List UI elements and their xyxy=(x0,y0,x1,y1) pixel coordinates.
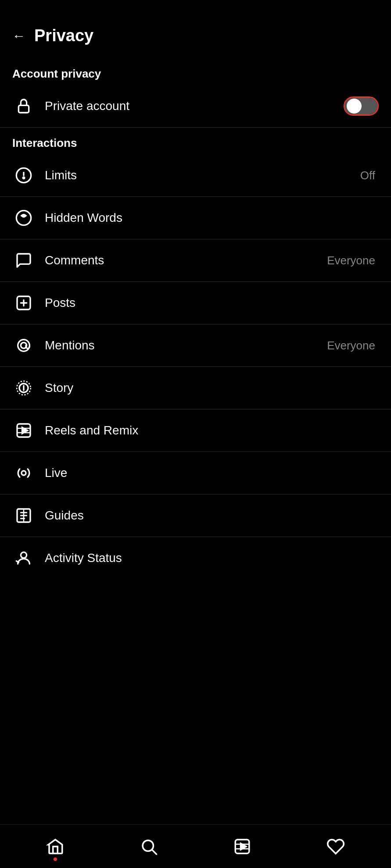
mentions-icon xyxy=(12,334,35,357)
nav-search[interactable] xyxy=(140,837,158,856)
svg-point-3 xyxy=(23,177,24,178)
nav-home[interactable] xyxy=(46,837,65,856)
guides-icon xyxy=(12,504,35,527)
reels-nav-icon xyxy=(233,837,251,856)
mentions-value: Everyone xyxy=(327,339,375,352)
svg-point-17 xyxy=(22,471,26,475)
reels-remix-row[interactable]: Reels and Remix xyxy=(0,409,391,452)
limits-value: Off xyxy=(360,169,375,182)
activity-status-label: Activity Status xyxy=(45,551,379,565)
reels-icon xyxy=(12,419,35,442)
account-privacy-section-header: Account privacy xyxy=(0,58,391,85)
svg-point-4 xyxy=(16,210,31,225)
private-account-label: Private account xyxy=(45,99,344,113)
home-nav-dot xyxy=(54,857,57,861)
private-account-toggle[interactable] xyxy=(344,96,379,116)
posts-row[interactable]: Posts xyxy=(0,282,391,324)
comments-row[interactable]: Comments Everyone xyxy=(0,239,391,281)
hidden-words-row[interactable]: Hidden Words xyxy=(0,197,391,239)
story-row[interactable]: Story xyxy=(0,367,391,409)
toggle-track xyxy=(345,98,377,114)
svg-line-25 xyxy=(152,850,157,854)
privacy-screen: ← Privacy Account privacy Private accoun… xyxy=(0,0,391,868)
reels-remix-label: Reels and Remix xyxy=(45,423,379,438)
limits-icon xyxy=(12,164,35,187)
activity-status-icon xyxy=(12,547,35,569)
interactions-section-header: Interactions xyxy=(0,128,391,154)
posts-icon xyxy=(12,292,35,314)
lock-icon xyxy=(12,95,35,117)
posts-label: Posts xyxy=(45,296,379,310)
svg-rect-0 xyxy=(18,105,29,113)
live-label: Live xyxy=(45,466,379,480)
limits-row[interactable]: Limits Off xyxy=(0,154,391,196)
comments-value: Everyone xyxy=(327,254,375,267)
content-area: Account privacy Private account Interact… xyxy=(0,58,391,868)
nav-reels[interactable] xyxy=(233,837,251,856)
hidden-words-icon xyxy=(12,206,35,229)
limits-label: Limits xyxy=(45,168,360,182)
live-icon xyxy=(12,462,35,484)
private-account-row[interactable]: Private account xyxy=(0,85,391,127)
heart-icon xyxy=(326,837,345,856)
comments-icon xyxy=(12,249,35,272)
back-button[interactable]: ← xyxy=(12,28,25,43)
story-label: Story xyxy=(45,381,379,395)
activity-status-row[interactable]: Activity Status xyxy=(0,537,391,579)
story-icon xyxy=(12,377,35,399)
hidden-words-label: Hidden Words xyxy=(45,211,379,225)
search-icon xyxy=(140,837,158,856)
home-icon xyxy=(46,837,65,856)
comments-label: Comments xyxy=(45,253,327,267)
mentions-row[interactable]: Mentions Everyone xyxy=(0,324,391,366)
mentions-label: Mentions xyxy=(45,338,327,352)
live-row[interactable]: Live xyxy=(0,452,391,494)
bottom-navigation xyxy=(0,824,391,868)
guides-label: Guides xyxy=(45,509,379,523)
toggle-thumb xyxy=(347,99,362,114)
svg-point-23 xyxy=(21,552,26,558)
guides-row[interactable]: Guides xyxy=(0,494,391,537)
header: ← Privacy xyxy=(0,0,391,58)
page-title: Privacy xyxy=(34,26,93,45)
nav-activity[interactable] xyxy=(326,837,345,856)
